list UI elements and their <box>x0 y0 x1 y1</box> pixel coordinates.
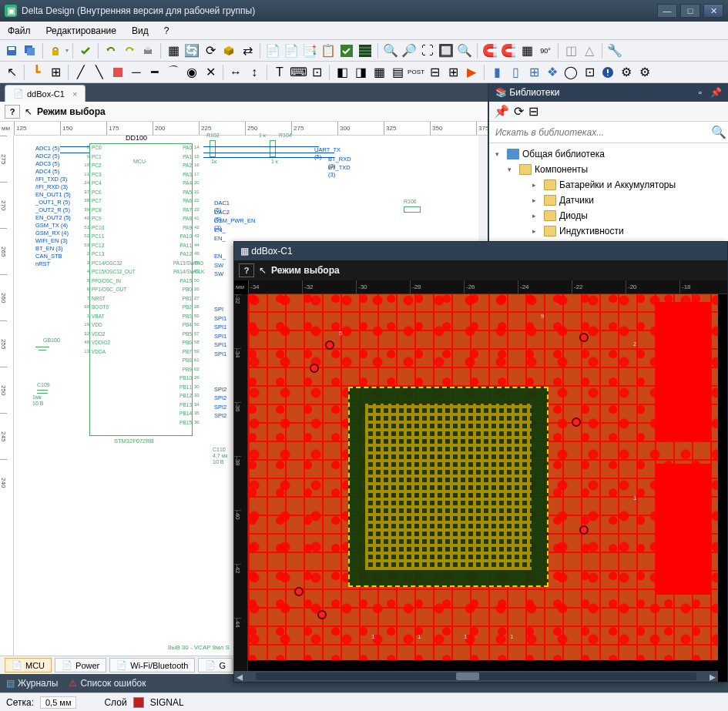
sync-icon[interactable]: ⟳ <box>202 42 219 59</box>
text-icon[interactable]: T <box>271 64 288 81</box>
component-r104[interactable] <box>270 140 276 157</box>
c6-icon[interactable]: ⊡ <box>581 64 598 81</box>
print-icon[interactable] <box>139 42 156 59</box>
dim2-icon[interactable]: ↕ <box>246 64 263 81</box>
line2-icon[interactable]: ━ <box>146 64 163 81</box>
net-label[interactable]: BT_EN (3) <box>35 245 71 253</box>
component-gb100[interactable] <box>35 344 49 354</box>
undo-icon[interactable] <box>102 42 119 59</box>
net-label[interactable]: SPI2 <box>214 394 226 401</box>
rot90-icon[interactable]: 90° <box>537 42 554 59</box>
component-r106[interactable] <box>404 206 421 213</box>
doc-tab[interactable]: 📄 ddBox-C1 × <box>5 85 86 102</box>
component-r102[interactable] <box>210 140 216 157</box>
net-label[interactable]: EN_OUT1 (5) <box>35 191 71 199</box>
sheet-tab[interactable]: 📄G <box>198 658 233 672</box>
post-icon[interactable]: POST <box>408 64 424 81</box>
net-label[interactable]: SPI1 <box>214 333 226 340</box>
pcb-hscroll[interactable]: ◂ ▸ <box>234 671 718 682</box>
net-label[interactable]: CAN_STB <box>35 253 71 260</box>
hatch-icon[interactable] <box>357 42 374 59</box>
pcb-canvas[interactable]: -34-32-30-28-26-24-22-20-18-16-14-12-10 … <box>234 280 727 682</box>
pcb-help-icon[interactable]: ? <box>239 263 254 277</box>
t2-icon[interactable]: ◨ <box>352 64 369 81</box>
menu-help[interactable]: ? <box>156 22 177 39</box>
c1-icon[interactable]: ▮ <box>488 64 505 81</box>
net-label[interactable]: ADC2 (5) <box>35 153 71 160</box>
dim1-icon[interactable]: ↔ <box>227 64 244 81</box>
tree-components[interactable]: ▾ Компоненты <box>489 162 728 177</box>
magnet2-icon[interactable]: 🧲 <box>500 42 517 59</box>
zoomout-icon[interactable]: 🔎 <box>401 42 418 59</box>
via-icon[interactable]: ◉ <box>183 64 200 81</box>
tree-item[interactable]: ▸Индуктивности <box>489 223 728 239</box>
pcb-artwork[interactable]: 9 2 1 1 1 1 1 5 <box>248 294 718 660</box>
ghost1-icon[interactable]: ◫ <box>562 42 579 59</box>
t6-icon[interactable]: ⊞ <box>445 64 461 81</box>
t5-icon[interactable]: ⊟ <box>426 64 443 81</box>
help-icon[interactable]: ? <box>5 105 20 119</box>
minimize-button[interactable]: — <box>657 4 677 18</box>
net-label[interactable]: nRST <box>35 260 71 268</box>
drc-icon[interactable] <box>599 64 616 81</box>
find-icon[interactable]: 🔍 <box>456 42 473 59</box>
net-label[interactable]: SPI2 <box>214 412 226 419</box>
grid-icon[interactable]: ▦ <box>518 42 535 59</box>
pcb-chip-outline[interactable] <box>348 387 549 587</box>
route1-icon[interactable]: ╱ <box>72 64 89 81</box>
place-icon[interactable]: ┗ <box>29 64 45 81</box>
doc1-icon[interactable]: 📄 <box>264 42 281 59</box>
tree-item[interactable]: ▸Батарейки и Аккумуляторы <box>489 177 728 193</box>
collapse-icon[interactable]: ⊟ <box>528 104 538 119</box>
net-label[interactable]: SW <box>214 262 223 269</box>
t3-icon[interactable]: ▦ <box>371 64 387 81</box>
net-label[interactable]: SPI1 <box>214 324 226 330</box>
play-icon[interactable]: ▶ <box>463 64 480 81</box>
net-label[interactable]: EN_ <box>214 253 226 260</box>
layer-color-swatch[interactable] <box>133 697 144 708</box>
net-label[interactable]: GSM_RX (4) <box>35 230 71 237</box>
dock-errors[interactable]: ⚠ Список ошибок <box>69 678 146 689</box>
menu-file[interactable]: Файл <box>0 22 39 39</box>
net-label[interactable]: SPI2 <box>214 404 226 411</box>
net-label[interactable]: BT_TXD (3) <box>328 164 351 178</box>
sheet-tab[interactable]: 📄MCU <box>5 658 52 672</box>
c2-icon[interactable]: ▯ <box>507 64 524 81</box>
key2-icon[interactable]: ⊡ <box>308 64 325 81</box>
net-label[interactable]: WIFI_EN (3) <box>35 237 71 245</box>
net-label[interactable]: SPI1 <box>214 315 226 322</box>
pcb-via[interactable] <box>325 340 334 350</box>
search-icon[interactable]: 🔍 <box>710 125 728 139</box>
tree-item[interactable]: ▸Диоды <box>489 208 728 223</box>
component-c109[interactable] <box>37 390 48 394</box>
check2-icon[interactable] <box>338 42 355 59</box>
delete-icon[interactable]: ✕ <box>202 64 219 81</box>
net-label[interactable]: _OUT2_R (5) <box>35 206 71 214</box>
t4-icon[interactable]: ▤ <box>389 64 406 81</box>
fill-icon[interactable] <box>109 64 126 81</box>
net-label[interactable]: SW <box>214 270 223 277</box>
c3-icon[interactable]: ⊞ <box>525 64 542 81</box>
c5-icon[interactable]: ◯ <box>562 64 579 81</box>
net-label[interactable]: /IFI_RXD (3) <box>35 183 71 191</box>
pcb-via[interactable] <box>579 333 589 342</box>
refresh-icon[interactable]: ⟳ <box>514 104 524 119</box>
component-icon[interactable]: ▦ <box>165 42 182 59</box>
pcb-window[interactable]: ▦ ddBox-C1 ? ↖ Режим выбора -34-32-30-28… <box>233 241 728 682</box>
pcb-hscroll-thumb[interactable] <box>456 672 479 680</box>
saveall-icon[interactable] <box>22 42 39 59</box>
net-label[interactable]: ADC4 (5) <box>35 168 71 176</box>
net-label[interactable]: _OUT1_R (5) <box>35 199 71 206</box>
pcb-via[interactable] <box>579 525 589 535</box>
pcb-via[interactable] <box>310 364 319 373</box>
doc2-icon[interactable]: 📄 <box>283 42 300 59</box>
close-tab-icon[interactable]: × <box>72 89 77 99</box>
pcb-titlebar[interactable]: ▦ ddBox-C1 <box>234 242 727 260</box>
tools-icon[interactable]: 🔧 <box>606 42 623 59</box>
gear1-icon[interactable]: ⚙ <box>618 64 635 81</box>
grid-value[interactable]: 0,5 мм <box>40 696 76 709</box>
swap-icon[interactable]: ⇄ <box>239 42 256 59</box>
net-label[interactable]: SPI <box>214 306 223 313</box>
menu-view[interactable]: Вид <box>124 22 156 39</box>
place2-icon[interactable]: ⊞ <box>47 64 64 81</box>
